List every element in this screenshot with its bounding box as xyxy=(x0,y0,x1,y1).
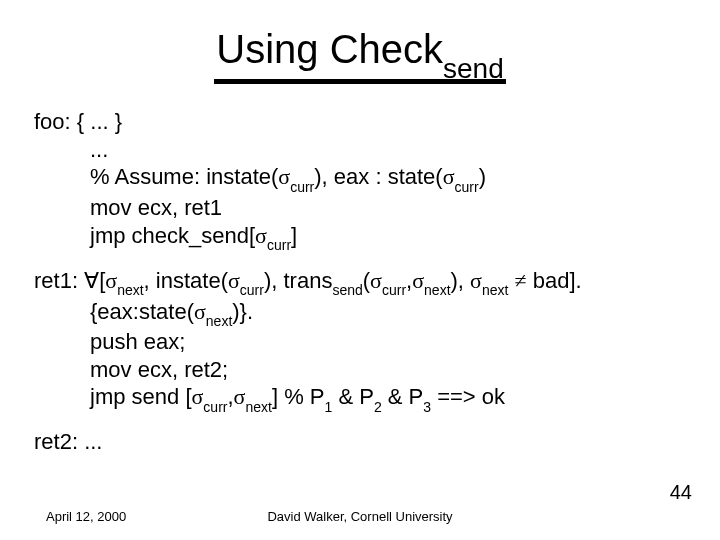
slide: Using Checksend foo: { ... } ... % Assum… xyxy=(0,0,720,540)
page-number: 44 xyxy=(670,481,692,504)
foo-jmp: jmp check_send[σcurr] xyxy=(34,222,686,253)
slide-body: foo: { ... } ... % Assume: instate(σcurr… xyxy=(0,84,720,455)
foo-assume: % Assume: instate(σcurr), eax : state(σc… xyxy=(34,163,686,194)
foo-mov: mov ecx, ret1 xyxy=(34,194,686,222)
foo-dots: ... xyxy=(34,136,686,164)
ret1-line4: mov ecx, ret2; xyxy=(34,356,686,384)
ret1-line2: {eax:state(σnext)}. xyxy=(34,298,686,329)
foo-head: foo: { ... } xyxy=(34,108,686,136)
ret1-block: ret1: ∀[σnext, instate(σcurr), transsend… xyxy=(34,267,686,415)
ret2-block: ret2: ... xyxy=(34,428,686,456)
slide-title: Using Checksend xyxy=(214,28,505,84)
ret1-line3: push eax; xyxy=(34,328,686,356)
title-main: Using Check xyxy=(216,27,443,71)
ret1-line1: ret1: ∀[σnext, instate(σcurr), transsend… xyxy=(34,267,686,298)
title-area: Using Checksend xyxy=(0,0,720,84)
foo-block: foo: { ... } ... % Assume: instate(σcurr… xyxy=(34,108,686,252)
title-sub: send xyxy=(443,53,504,84)
ret1-line5: jmp send [σcurr,σnext] % P1 & P2 & P3 ==… xyxy=(34,383,686,414)
footer-author: David Walker, Cornell University xyxy=(0,509,720,524)
